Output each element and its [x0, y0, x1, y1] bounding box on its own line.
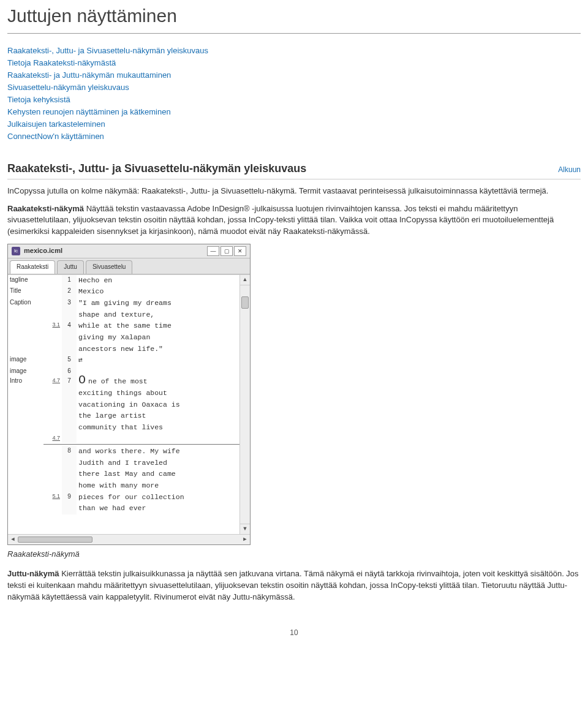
row-depth — [43, 446, 62, 457]
section-heading: Raakateksti-, Juttu- ja Sivuasettelu-näk… — [7, 160, 306, 176]
editor-row: 3.14while at the same time — [8, 320, 239, 332]
editor-row: Intro4.77One of the most — [8, 376, 239, 388]
row-text[interactable]: the large artist — [77, 410, 239, 422]
para-intro: InCopyssa jutulla on kolme näkymää: Raak… — [7, 186, 581, 197]
dropcap: O — [78, 377, 86, 384]
row-depth — [43, 457, 62, 469]
row-text[interactable]: Mexico — [77, 286, 239, 298]
scroll-left-icon[interactable]: ◄ — [8, 535, 18, 543]
row-tag — [8, 309, 43, 321]
tab-juttu[interactable]: Juttu — [57, 260, 84, 274]
row-depth: 4.7 — [43, 434, 62, 443]
tab-raakateksti[interactable]: Raakateksti — [10, 260, 55, 274]
row-linenum: 9 — [62, 492, 77, 503]
row-text[interactable]: home with many more — [77, 480, 239, 492]
row-depth — [43, 332, 62, 344]
row-depth — [43, 344, 62, 355]
hscroll-track[interactable] — [18, 536, 240, 543]
tab-sivuasettelu[interactable]: Sivuasettelu — [86, 260, 132, 274]
row-linenum — [62, 503, 77, 514]
row-depth — [43, 503, 62, 514]
tabstrip: Raakateksti Juttu Sivuasettelu — [8, 258, 250, 274]
title-rule — [7, 33, 581, 34]
to-top-link[interactable]: Alkuun — [558, 165, 581, 175]
maximize-button[interactable]: ▢ — [221, 246, 233, 256]
row-linenum — [62, 457, 77, 469]
minimize-button[interactable]: — — [207, 246, 219, 256]
horizontal-scrollbar[interactable]: ◄ ► — [8, 534, 250, 544]
row-text[interactable] — [77, 434, 239, 443]
row-linenum — [62, 332, 77, 344]
row-text[interactable]: "I am giving my dreams — [77, 298, 239, 309]
editor-row: community that lives — [8, 422, 239, 434]
anchored-object-icon[interactable]: ⇄ — [78, 356, 83, 364]
scroll-thumb[interactable] — [241, 296, 249, 309]
row-text[interactable]: community that lives — [77, 422, 239, 434]
row-linenum: 5 — [62, 355, 77, 366]
vertical-scrollbar[interactable]: ▲ ▼ — [239, 275, 250, 534]
row-text[interactable]: ancestors new life." — [77, 344, 239, 355]
row-tag — [8, 344, 43, 355]
row-text[interactable]: Hecho en — [77, 275, 239, 287]
row-tag: Intro — [8, 376, 43, 388]
row-text[interactable] — [77, 366, 239, 377]
row-tag: tagline — [8, 275, 43, 287]
row-tag — [8, 469, 43, 480]
row-text[interactable]: giving my Xalapan — [77, 332, 239, 344]
hscroll-thumb[interactable] — [18, 536, 92, 543]
scroll-track[interactable] — [240, 285, 250, 525]
scroll-right-icon[interactable]: ► — [240, 535, 250, 543]
row-linenum — [62, 434, 77, 443]
row-text[interactable]: shape and texture, — [77, 309, 239, 321]
row-text[interactable]: One of the most — [77, 376, 239, 388]
toc-link[interactable]: Tietoja kehyksistä — [7, 94, 581, 106]
row-tag: image — [8, 366, 43, 377]
scroll-down-icon[interactable]: ▼ — [240, 524, 250, 534]
row-text[interactable]: pieces for our collection — [77, 492, 239, 503]
term-juttu: Juttu-näkymä — [7, 569, 59, 578]
editor-row: than we had ever — [8, 503, 239, 514]
close-button[interactable]: ✕ — [234, 246, 246, 256]
row-tag — [8, 434, 43, 443]
row-depth — [43, 275, 62, 287]
row-text[interactable]: Judith and I traveled — [77, 457, 239, 469]
row-linenum — [62, 469, 77, 480]
row-text[interactable]: vacationing in Oaxaca is — [77, 399, 239, 411]
scroll-up-icon[interactable]: ▲ — [240, 275, 250, 285]
row-text[interactable]: there last May and came — [77, 469, 239, 480]
toc-link[interactable]: Raakateksti-, Juttu- ja Sivuasettelu-näk… — [7, 45, 581, 57]
row-depth — [43, 355, 62, 366]
editor-row: exciting things about — [8, 388, 239, 399]
row-linenum: 2 — [62, 286, 77, 298]
row-tag — [8, 446, 43, 457]
row-text[interactable]: and works there. My wife — [77, 446, 239, 457]
row-linenum: 3 — [62, 298, 77, 309]
toc-link[interactable]: Julkaisujen tarkasteleminen — [7, 118, 581, 130]
row-depth: 3.1 — [43, 320, 62, 332]
toc-link[interactable]: ConnectNow'n käyttäminen — [7, 130, 581, 143]
row-text[interactable]: exciting things about — [77, 388, 239, 399]
toc-link[interactable]: Kehysten reunojen näyttäminen ja kätkemi… — [7, 106, 581, 118]
editor-row: Title2Mexico — [8, 286, 239, 298]
page-title: Juttujen näyttäminen — [7, 2, 581, 29]
row-tag — [8, 332, 43, 344]
screenshot-window: Ic mexico.icml — ▢ ✕ Raakateksti Juttu S… — [7, 244, 251, 545]
row-depth — [43, 298, 62, 309]
row-depth — [43, 388, 62, 399]
editor-row: there last May and came — [8, 469, 239, 480]
row-depth — [43, 422, 62, 434]
toc-link[interactable]: Tietoja Raakateksti-näkymästä — [7, 57, 581, 69]
row-tag — [8, 503, 43, 514]
row-depth — [43, 480, 62, 492]
editor-row: Caption3"I am giving my dreams — [8, 298, 239, 309]
term-raakateksti: Raakateksti-näkymä — [7, 204, 84, 213]
row-depth — [43, 366, 62, 377]
editor-row: 4.7 — [8, 434, 239, 443]
row-linenum — [62, 309, 77, 321]
row-tag — [8, 457, 43, 469]
row-text[interactable]: while at the same time — [77, 320, 239, 332]
toc-link[interactable]: Sivuasettelu-näkymän yleiskuvaus — [7, 81, 581, 94]
toc-link[interactable]: Raakateksti- ja Juttu-näkymän mukauttami… — [7, 69, 581, 81]
row-text[interactable]: than we had ever — [77, 503, 239, 514]
row-text[interactable]: ⇄ — [77, 355, 239, 366]
